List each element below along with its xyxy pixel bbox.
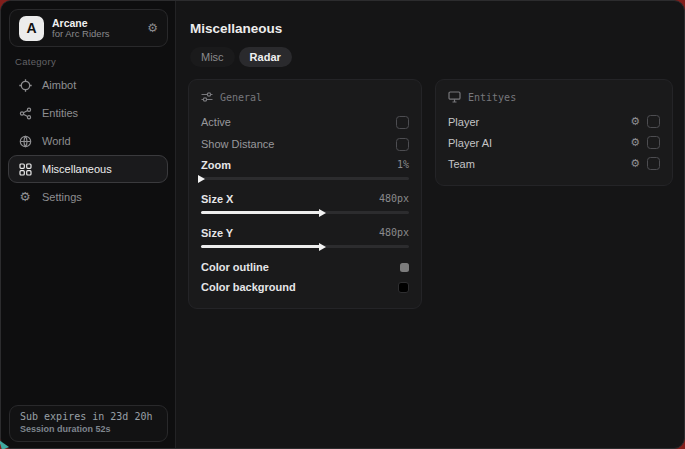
gear-icon[interactable]: ⚙ [630,137,640,148]
setting-row-color-background: Color background [201,277,409,297]
grid-icon [18,162,32,176]
session-duration-text: Session duration 52s [20,424,157,434]
general-panel: General Active Show Distance Zoom 1% [188,79,422,309]
brand-title: Arcane [52,17,110,29]
setting-row-size-x: Size X 480px [201,189,409,208]
sidebar-item-aimbot[interactable]: Aimbot [8,71,168,99]
gear-icon[interactable]: ⚙ [630,158,640,169]
main-content: Miscellaneous Misc Radar General Active [177,1,684,448]
sidebar-item-miscellaneous[interactable]: Miscellaneous [8,155,168,183]
sidebar-item-label: Aimbot [42,79,76,91]
setting-label: Color background [201,281,296,293]
slider-handle[interactable] [319,209,326,217]
tab-radar[interactable]: Radar [239,47,292,67]
zoom-value: 1% [397,159,409,170]
mouse-cursor [0,438,12,449]
sidebar-item-label: Entities [42,107,78,119]
page-title: Miscellaneous [190,21,282,36]
active-checkbox[interactable] [396,116,409,129]
gear-icon[interactable]: ⚙ [630,116,640,127]
subscription-info-card: Sub expires in 23d 20h Session duration … [9,405,168,442]
sliders-icon [201,91,213,103]
size-x-value: 480px [379,193,409,204]
gear-icon: ⚙ [18,190,32,204]
sidebar: A Arcane for Arc Riders ⚙ Category Aimbo… [1,1,176,448]
category-label: Category [15,56,56,67]
color-background-swatch[interactable] [398,282,409,293]
setting-row-zoom: Zoom 1% [201,155,409,174]
entities-panel-header: Entityes [448,91,660,103]
globe-icon [18,134,32,148]
slider-handle[interactable] [198,175,205,183]
entities-icon [18,106,32,120]
entity-row-team: Team ⚙ [448,153,660,174]
player-ai-checkbox[interactable] [647,136,660,149]
sidebar-item-label: World [42,135,71,147]
entity-label: Team [448,158,475,170]
sidebar-item-entities[interactable]: Entities [8,99,168,127]
slider-handle[interactable] [319,243,326,251]
size-y-value: 480px [379,227,409,238]
size-y-slider[interactable] [201,245,409,248]
crosshair-icon [18,78,32,92]
brand-text: Arcane for Arc Riders [52,17,110,40]
brand-card: A Arcane for Arc Riders ⚙ [9,9,168,47]
tab-bar: Misc Radar [190,47,292,67]
setting-label: Size X [201,193,233,205]
sidebar-item-world[interactable]: World [8,127,168,155]
setting-row-show-distance: Show Distance [201,133,409,155]
sub-expires-text: Sub expires in 23d 20h [20,411,157,422]
general-panel-title: General [220,92,262,103]
setting-label: Size Y [201,227,233,239]
sidebar-nav: Aimbot Entities World [1,71,175,211]
setting-row-size-y: Size Y 480px [201,223,409,242]
setting-label: Color outline [201,261,269,273]
sidebar-item-label: Settings [42,191,82,203]
panels: General Active Show Distance Zoom 1% [188,79,673,309]
app-window: A Arcane for Arc Riders ⚙ Category Aimbo… [0,0,685,449]
entity-row-player: Player ⚙ [448,111,660,132]
sidebar-item-label: Miscellaneous [42,163,112,175]
setting-label: Show Distance [201,138,274,150]
player-checkbox[interactable] [647,115,660,128]
setting-row-active: Active [201,111,409,133]
entity-label: Player [448,116,479,128]
tab-misc[interactable]: Misc [190,47,235,67]
entities-panel-title: Entityes [468,92,516,103]
size-x-slider[interactable] [201,211,409,214]
team-checkbox[interactable] [647,157,660,170]
gear-icon[interactable]: ⚙ [147,21,158,35]
zoom-slider[interactable] [201,177,409,180]
color-outline-swatch[interactable] [400,263,409,272]
setting-row-color-outline: Color outline [201,257,409,277]
general-panel-header: General [201,91,409,103]
brand-logo: A [19,16,44,41]
entity-row-player-ai: Player AI ⚙ [448,132,660,153]
sidebar-item-settings[interactable]: ⚙ Settings [8,183,168,211]
entities-panel: Entityes Player ⚙ Player AI ⚙ [435,79,673,186]
setting-label: Active [201,116,231,128]
brand-subtitle: for Arc Riders [52,29,110,40]
entity-label: Player AI [448,137,492,149]
monitor-icon [448,91,461,103]
show-distance-checkbox[interactable] [396,138,409,151]
setting-label: Zoom [201,159,231,171]
